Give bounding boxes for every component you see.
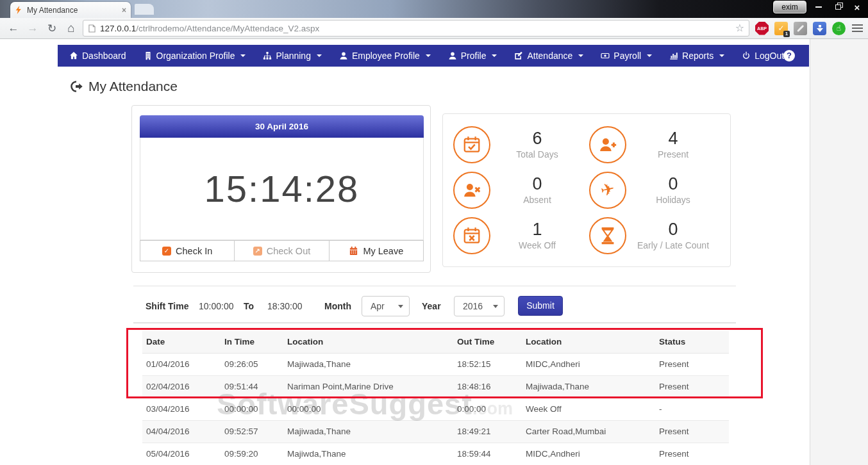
nav-organization-profile[interactable]: Organization Profile	[144, 51, 246, 61]
home-button[interactable]: ⌂	[62, 21, 81, 35]
filter-row: Shift Time 10:00:00 To 18:30:00 Month Ap…	[133, 295, 736, 318]
nav-planning[interactable]: Planning	[263, 51, 322, 61]
table-row: 05/04/201609:59:20Majiwda,Thane18:59:44M…	[142, 443, 729, 465]
arrow-out-icon: ↗	[253, 247, 262, 256]
submit-button[interactable]: Submit	[518, 296, 563, 316]
attendance-summary-panel: 6Total Days 4Present 0Absent ✈ 0Holidays…	[442, 113, 731, 267]
my-attendance-icon	[69, 79, 83, 94]
stat-value: 0	[668, 220, 678, 239]
tab-close-icon[interactable]: ×	[122, 6, 126, 15]
adblock-extension-icon[interactable]: ABP	[755, 22, 769, 35]
live-clock: 15:14:28	[204, 167, 360, 210]
nav-payroll[interactable]: Payroll	[601, 51, 652, 61]
punch-actions: ✓ Check In ↗ Check Out My Leave	[140, 240, 424, 261]
bar-chart-icon	[669, 51, 678, 60]
page-document-icon	[88, 24, 96, 33]
back-button[interactable]: ←	[4, 22, 23, 35]
stat-value: 4	[668, 129, 678, 148]
forward-button[interactable]: →	[23, 22, 42, 35]
favicon-lightning-icon	[15, 6, 23, 14]
browser-toolbar: ← → ↻ ⌂ 127.0.0.1/ctrlhrodemo/Attendance…	[0, 18, 868, 39]
window-controls: ×	[809, 0, 867, 14]
minimize-button[interactable]	[809, 0, 828, 14]
stat-label: Present	[658, 149, 689, 159]
check-icon: ✓	[162, 247, 171, 256]
right-gutter	[810, 39, 868, 465]
refresh-button[interactable]: ↻	[42, 22, 62, 35]
stat-week-off: 1Week Off	[453, 213, 589, 259]
chevron-down-icon	[398, 305, 403, 308]
check-out-button[interactable]: ↗ Check Out	[234, 240, 329, 261]
url-path: /ctrlhrodemo/Attendance/MyAttendace_V2.a…	[136, 24, 319, 33]
year-label: Year	[422, 295, 441, 318]
sitemap-icon	[263, 51, 272, 60]
extension-badge: 1	[783, 31, 790, 37]
hourglass-icon	[589, 217, 626, 254]
chevron-down-icon	[719, 54, 724, 57]
table-cell: 18:49:21	[453, 420, 522, 443]
chevron-down-icon	[647, 54, 652, 57]
stat-label: Early / Late Count	[637, 240, 709, 250]
nav-profile[interactable]: Profile	[448, 51, 497, 61]
month-label: Month	[324, 295, 351, 318]
nav-dashboard[interactable]: Dashboard	[69, 51, 126, 61]
browser-menu-icon[interactable]	[852, 24, 863, 33]
stat-value: 6	[532, 129, 542, 148]
clock-body: 15:14:28	[140, 138, 424, 240]
stat-absent: 0Absent	[453, 167, 589, 213]
user-x-icon	[453, 172, 490, 209]
user-icon	[339, 51, 348, 60]
hand-extension-icon[interactable]: ☝	[832, 22, 846, 35]
close-button[interactable]: ×	[847, 0, 867, 14]
stat-label: Absent	[523, 195, 551, 205]
new-tab-button[interactable]	[135, 4, 154, 15]
table-cell: MIDC,Andheri	[522, 443, 655, 465]
exim-widget[interactable]: exim	[773, 1, 806, 13]
annotation-red-box	[126, 328, 763, 398]
table-cell: Present	[655, 420, 729, 443]
chevron-down-icon	[426, 54, 431, 57]
chevron-down-icon	[578, 54, 583, 57]
nav-reports[interactable]: Reports	[669, 51, 724, 61]
month-select[interactable]: Apr	[362, 296, 410, 316]
check-in-button[interactable]: ✓ Check In	[140, 240, 235, 261]
checkmark-extension-icon[interactable]: ✓1	[774, 22, 788, 35]
bookmark-star-icon[interactable]: ☆	[735, 22, 744, 34]
tab-title: My Attendance	[27, 6, 122, 15]
wand-extension-icon[interactable]	[794, 22, 807, 35]
nav-employee-profile[interactable]: Employee Profile	[339, 51, 431, 61]
download-extension-icon[interactable]	[813, 22, 826, 35]
home-icon	[69, 51, 78, 60]
plane-icon: ✈	[589, 172, 626, 209]
table-cell: 09:52:57	[221, 420, 283, 443]
help-icon[interactable]: ?	[783, 50, 795, 61]
nav-attendance[interactable]: Attendance	[514, 51, 583, 61]
table-cell: Majiwda,Thane	[283, 443, 453, 465]
table-cell: 05/04/2016	[142, 443, 221, 465]
stat-early-late: 0Early / Late Count	[589, 213, 725, 259]
stat-value: 0	[668, 174, 678, 193]
shift-time-label: Shift Time	[146, 295, 188, 318]
power-icon	[742, 51, 751, 60]
table-cell: 09:59:20	[221, 443, 283, 465]
nav-logout[interactable]: LogOut	[742, 51, 784, 61]
page-title: My Attendance	[69, 79, 178, 94]
maximize-button[interactable]	[828, 0, 847, 14]
chevron-down-icon	[492, 54, 497, 57]
calendar-x-icon	[453, 217, 490, 254]
my-leave-button[interactable]: My Leave	[329, 240, 424, 261]
user-plus-icon	[589, 126, 626, 163]
shift-end-value: 18:30:00	[267, 295, 303, 318]
app-navbar: Dashboard Organization Profile Planning …	[58, 45, 809, 67]
table-cell: 03/04/2016	[142, 398, 221, 420]
stat-total-days: 6Total Days	[453, 122, 589, 167]
year-select[interactable]: 2016	[454, 296, 505, 316]
browser-titlebar: My Attendance × exim ×	[0, 0, 868, 18]
date-header: 30 April 2016	[140, 115, 424, 138]
address-bar[interactable]: 127.0.0.1/ctrlhrodemo/Attendance/MyAtten…	[83, 20, 749, 37]
browser-tab[interactable]: My Attendance ×	[10, 2, 131, 18]
stat-label: Total Days	[516, 149, 558, 159]
stat-label: Week Off	[519, 240, 556, 250]
to-label: To	[244, 295, 254, 318]
calendar-check-icon	[453, 126, 490, 163]
